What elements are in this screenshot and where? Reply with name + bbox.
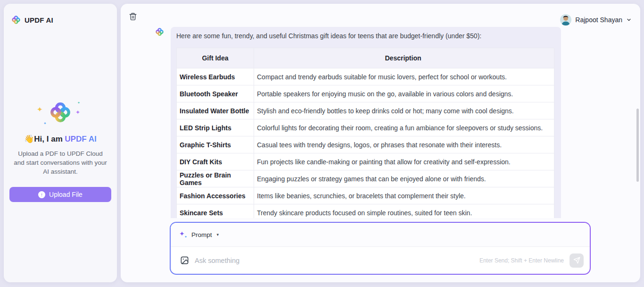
gift-ideas-table: Gift Idea Description Wireless EarbudsCo… [176, 48, 554, 218]
table-row: Graphic T-ShirtsCasual tees with trendy … [177, 136, 554, 153]
upload-button-label: Upload File [49, 191, 83, 198]
description-cell: Engaging puzzles or strategy games that … [254, 170, 554, 187]
avatar [560, 14, 571, 25]
chat-panel: Rajpoot Shayan Here are some fun, trendy… [121, 4, 640, 282]
delete-chat-button[interactable] [128, 12, 138, 22]
column-header-gift-idea: Gift Idea [177, 48, 254, 68]
user-name: Rajpoot Shayan [575, 16, 622, 24]
table-row: Fashion AccessoriesItems like beanies, s… [177, 187, 554, 204]
prompt-selector-label: Prompt [191, 231, 212, 238]
description-cell: Trendy skincare products focused on simp… [254, 204, 554, 218]
user-account-menu[interactable]: Rajpoot Shayan [560, 14, 632, 25]
gift-idea-cell: Insulated Water Bottle [177, 102, 254, 119]
image-icon [180, 256, 189, 265]
table-row: Wireless EarbudsCompact and trendy earbu… [177, 68, 554, 85]
prompt-input[interactable] [195, 257, 474, 264]
updf-ai-app: UPDF AI ✦ ✦ ✦ ✦ 👋Hi, I am UPDF AI Upload… [0, 0, 644, 287]
scrollbar-thumb[interactable] [636, 109, 639, 182]
trash-icon [129, 12, 137, 21]
ai-sparkle-icon: ✦ ✦ [179, 230, 188, 239]
brand-name: UPDF AI [65, 135, 97, 144]
gift-idea-cell: Wireless Earbuds [177, 68, 254, 85]
gift-idea-cell: Skincare Sets [177, 204, 254, 218]
updf-logo-hero-icon [49, 101, 72, 124]
app-title: UPDF AI [25, 16, 53, 24]
send-icon [573, 257, 580, 264]
table-row: LED Strip LightsColorful lights for deco… [177, 119, 554, 136]
table-row: Insulated Water BottleStylish and eco-fr… [177, 102, 554, 119]
sparkle-icon: ✦ [77, 101, 80, 104]
column-header-description: Description [254, 48, 554, 68]
message-intro: Here are some fun, trendy, and useful Ch… [176, 32, 554, 40]
keyboard-hint: Enter Send; Shift + Enter Newline [479, 257, 564, 264]
prompt-box: ✦ ✦ Prompt ▾ Enter Send; [170, 222, 591, 275]
prompt-input-row: Enter Send; Shift + Enter Newline [171, 247, 590, 274]
description-cell: Casual tees with trendy designs, logos, … [254, 136, 554, 153]
sparkle-icon: ✦ [37, 106, 43, 113]
assistant-message: Here are some fun, trendy, and useful Ch… [171, 27, 561, 218]
table-row: DIY Craft KitsFun projects like candle-m… [177, 153, 554, 170]
description-cell: Stylish and eco-friendly bottles to keep… [254, 102, 554, 119]
description-cell: Fun projects like candle-making or paint… [254, 153, 554, 170]
gift-idea-cell: Fashion Accessories [177, 187, 254, 204]
table-row: Puzzles or Brain GamesEngaging puzzles o… [177, 170, 554, 187]
description-cell: Colorful lights for decorating their roo… [254, 119, 554, 136]
sparkle-icon: ✦ [75, 110, 80, 115]
gift-idea-cell: DIY Craft Kits [177, 153, 254, 170]
chat-scroll-area[interactable]: Here are some fun, trendy, and useful Ch… [121, 27, 636, 218]
gift-idea-cell: Bluetooth Speaker [177, 85, 254, 102]
sidebar-description: Upload a PDF to UPDF Cloud and start con… [13, 149, 107, 176]
upload-file-button[interactable]: ↑ Upload File [9, 187, 111, 202]
sidebar-header: UPDF AI [11, 15, 53, 25]
gift-idea-cell: Graphic T-Shirts [177, 136, 254, 153]
send-button[interactable] [570, 253, 584, 268]
attach-image-button[interactable] [180, 256, 189, 265]
table-row: Skincare SetsTrendy skincare products fo… [177, 204, 554, 218]
description-cell: Portable speakers for enjoying music on … [254, 85, 554, 102]
prompt-mode-selector[interactable]: ✦ ✦ Prompt ▾ [171, 223, 590, 247]
gift-idea-cell: LED Strip Lights [177, 119, 254, 136]
table-header-row: Gift Idea Description [177, 48, 554, 68]
caret-down-icon: ▾ [217, 232, 219, 237]
chevron-down-icon [626, 17, 632, 23]
sidebar: UPDF AI ✦ ✦ ✦ ✦ 👋Hi, I am UPDF AI Upload… [4, 4, 117, 282]
gift-table-body: Wireless EarbudsCompact and trendy earbu… [177, 68, 554, 218]
description-cell: Items like beanies, scrunchies, or brace… [254, 187, 554, 204]
greeting-text: 👋Hi, I am UPDF AI [4, 134, 117, 144]
assistant-avatar-icon [155, 27, 164, 36]
table-row: Bluetooth SpeakerPortable speakers for e… [177, 85, 554, 102]
upload-arrow-icon: ↑ [38, 191, 45, 198]
updf-logo-icon [11, 15, 21, 25]
wave-emoji-icon: 👋 [24, 135, 34, 144]
gift-idea-cell: Puzzles or Brain Games [177, 170, 254, 187]
description-cell: Compact and trendy earbuds suitable for … [254, 68, 554, 85]
sparkle-icon: ✦ [43, 122, 47, 126]
